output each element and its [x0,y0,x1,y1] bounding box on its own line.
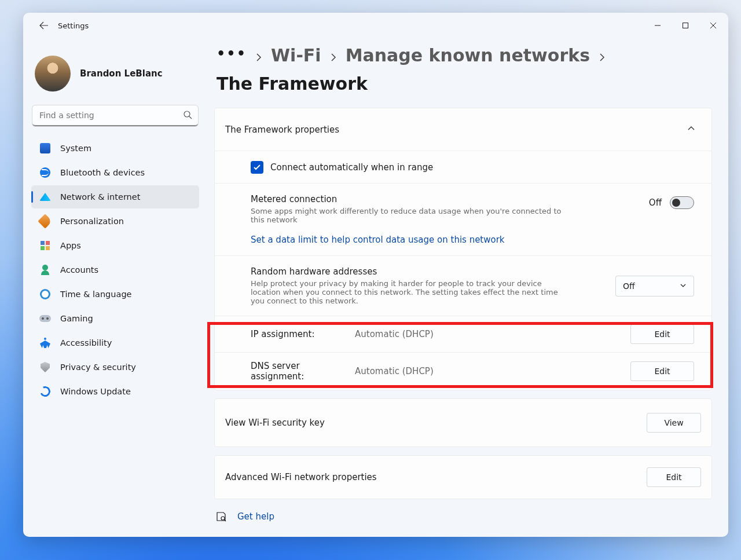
sidebar: Brandon LeBlanc System Bluetooth & devic… [23,38,207,537]
properties-panel: The Framework properties Connect automat… [214,108,712,390]
sidebar-item-accounts[interactable]: Accounts [31,258,199,281]
breadcrumb-known-networks[interactable]: Manage known networks [346,45,590,65]
help-icon [215,511,227,522]
connect-auto-label: Connect automatically when in range [270,162,433,173]
title-bar: Settings [23,13,728,38]
metered-toggle-group: Off [649,194,694,209]
advanced-label: Advanced Wi-Fi network properties [225,472,377,482]
bluetooth-icon [39,167,51,178]
chevron-right-icon [598,45,606,65]
sidebar-item-label: Time & language [60,290,132,299]
svg-rect-0 [683,23,688,28]
chevron-up-icon [687,124,695,135]
chevron-right-icon [255,45,263,65]
app-title: Settings [58,21,89,30]
sidebar-item-label: Accounts [60,265,98,274]
security-key-view-button[interactable]: View [647,413,701,433]
user-info[interactable]: Brandon LeBlanc [35,56,199,91]
sidebar-item-apps[interactable]: Apps [31,234,199,257]
ip-label: IP assignment: [251,329,355,339]
rha-dropdown[interactable]: Off [615,276,694,297]
sidebar-item-privacy[interactable]: Privacy & security [31,356,199,379]
rha-desc: Help protect your privacy by making it h… [251,279,563,305]
rha-title: Random hardware addresses [251,266,563,277]
metered-row: Metered connection Some apps might work … [215,184,711,256]
advanced-panel: Advanced Wi-Fi network properties Edit [214,455,712,499]
user-name: Brandon LeBlanc [80,68,163,79]
sidebar-item-label: Network & internet [60,192,140,202]
ip-edit-button[interactable]: Edit [630,324,694,344]
sidebar-item-label: Bluetooth & devices [60,168,145,177]
advanced-edit-button[interactable]: Edit [647,467,701,487]
clock-icon [39,288,51,300]
back-button[interactable] [32,14,56,37]
sidebar-item-label: Windows Update [60,387,131,396]
accessibility-icon [39,337,51,349]
refresh-icon [39,386,51,397]
breadcrumb-overflow[interactable]: ••• [217,46,247,65]
metered-data-limit-link[interactable]: Set a data limit to help control data us… [251,235,505,245]
close-button[interactable] [699,14,727,37]
advanced-row: Advanced Wi-Fi network properties Edit [215,456,711,499]
metered-title: Metered connection [251,194,563,204]
wifi-icon [39,191,51,203]
dns-value: Automatic (DHCP) [355,366,630,376]
rha-selected: Off [623,281,635,291]
chevron-down-icon [680,281,687,291]
apps-icon [39,240,51,251]
person-icon [39,264,51,276]
sidebar-item-bluetooth[interactable]: Bluetooth & devices [31,161,199,184]
maximize-button[interactable] [672,14,699,37]
settings-window: Settings Brandon LeBlanc System Bluetoot… [23,13,728,537]
main-content: ••• Wi-Fi Manage known networks The Fram… [207,38,728,537]
metered-state: Off [649,197,662,208]
security-key-row: View Wi-Fi security key View [215,399,711,446]
sidebar-item-windows-update[interactable]: Windows Update [31,380,199,403]
avatar [35,56,71,91]
sidebar-item-label: Personalization [60,217,124,226]
breadcrumb-wifi[interactable]: Wi-Fi [271,45,321,65]
panel-heading: The Framework properties [225,125,339,135]
dns-assignment-row: DNS server assignment: Automatic (DHCP) … [215,353,711,390]
chevron-right-icon [329,45,338,65]
ip-value: Automatic (DHCP) [355,329,630,339]
ip-assignment-row: IP assignment: Automatic (DHCP) Edit [215,316,711,353]
get-help-row: Get help [215,511,712,522]
sidebar-item-network[interactable]: Network & internet [31,185,199,208]
metered-desc: Some apps might work differently to redu… [251,207,563,224]
svg-point-1 [184,111,190,117]
properties-expander[interactable]: The Framework properties [215,108,711,151]
nav: System Bluetooth & devices Network & int… [31,137,199,403]
monitor-icon [39,142,51,154]
metered-toggle[interactable] [670,196,694,209]
search-input[interactable] [32,105,198,126]
sidebar-item-system[interactable]: System [31,137,199,160]
dns-label: DNS server assignment: [251,361,355,382]
minimize-button[interactable] [644,14,672,37]
sidebar-item-personalization[interactable]: Personalization [31,210,199,233]
connect-auto-checkbox[interactable] [251,161,263,174]
sidebar-item-label: Accessibility [60,338,112,347]
sidebar-item-gaming[interactable]: Gaming [31,307,199,330]
shield-icon [39,361,51,373]
brush-icon [39,215,51,227]
breadcrumb-current: The Framework [217,74,368,94]
security-key-label: View Wi-Fi security key [225,418,325,428]
sidebar-item-accessibility[interactable]: Accessibility [31,331,199,354]
get-help-link[interactable]: Get help [237,511,274,522]
sidebar-item-label: System [60,144,91,153]
breadcrumb: ••• Wi-Fi Manage known networks The Fram… [214,45,712,94]
connect-auto-row: Connect automatically when in range [215,151,711,184]
sidebar-item-label: Gaming [60,314,93,323]
sidebar-item-time-language[interactable]: Time & language [31,283,199,306]
rha-row: Random hardware addresses Help protect y… [215,256,711,316]
window-controls [644,14,727,37]
gamepad-icon [39,313,51,324]
security-key-panel: View Wi-Fi security key View [214,398,712,447]
sidebar-item-label: Apps [60,241,81,250]
sidebar-item-label: Privacy & security [60,363,136,372]
search-box [32,105,198,126]
dns-edit-button[interactable]: Edit [630,361,694,381]
search-icon [183,110,192,122]
